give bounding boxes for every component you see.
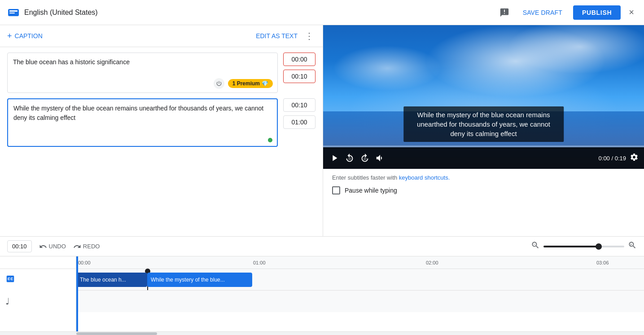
top-bar-right: SAVE DRAFT PUBLISH × xyxy=(497,4,637,20)
plus-icon: + xyxy=(7,31,12,41)
add-caption-button[interactable]: + CAPTION xyxy=(7,31,43,41)
caption-block-2[interactable]: While the mystery of the blue... xyxy=(147,273,252,287)
rewind-button[interactable]: 10 xyxy=(344,153,355,163)
scrollbar-thumb[interactable] xyxy=(76,332,157,335)
publish-button[interactable]: PUBLISH xyxy=(573,5,621,20)
top-bar: English (United States) SAVE DRAFT PUBLI… xyxy=(0,0,644,25)
video-container: While the mystery of the blue ocean rema… xyxy=(323,25,644,169)
timeline-side: ♩ xyxy=(0,256,76,331)
timeline-side-caption xyxy=(0,269,76,291)
caption-bottom-row-1: 1 Premium 💎 xyxy=(214,78,273,89)
zoom-in-icon[interactable] xyxy=(628,241,637,252)
pause-checkbox[interactable] xyxy=(332,186,340,194)
volume-button[interactable] xyxy=(374,153,386,163)
start-time-input-1[interactable] xyxy=(283,53,315,66)
timeline-track-area: 00:00 01:00 02:00 03:06 The blue ocean h… xyxy=(76,256,644,331)
caption-item-1: The blue ocean has a historic significan… xyxy=(7,53,315,93)
svg-rect-1 xyxy=(9,10,18,12)
timeline-side-header xyxy=(0,256,76,269)
forward-button[interactable]: 10 xyxy=(359,153,371,163)
zoom-slider[interactable] xyxy=(543,246,624,247)
settings-button[interactable] xyxy=(630,153,639,164)
caption-text-wrap-2: While the mystery of the blue ocean rema… xyxy=(7,98,278,147)
top-bar-left: English (United States) xyxy=(7,6,98,19)
time-inputs-1 xyxy=(283,53,315,83)
timeline-toolbar: 00:10 UNDO REDO xyxy=(0,237,644,256)
page-title: English (United States) xyxy=(24,9,98,17)
ruler-mark-0: 00:00 xyxy=(76,256,91,269)
captions-list: The blue ocean has a historic significan… xyxy=(0,47,323,236)
shortcuts-static: Enter subtitles faster with xyxy=(332,174,397,181)
toolbar-right: EDIT AS TEXT ⋮ xyxy=(256,31,315,41)
video-subtitle: While the mystery of the blue ocean rema… xyxy=(403,106,564,142)
caption-item-2: While the mystery of the blue ocean rema… xyxy=(7,98,315,147)
app-logo xyxy=(7,6,20,19)
ruler-mark-1: 01:00 xyxy=(251,256,266,269)
time-display: 0:00 / 0:19 xyxy=(599,155,626,162)
timeline-side-audio: ♩ xyxy=(0,291,76,312)
caption-text-wrap-1: The blue ocean has a historic significan… xyxy=(7,53,278,93)
left-panel: + CAPTION EDIT AS TEXT ⋮ The blue ocean … xyxy=(0,25,323,236)
add-caption-label: CAPTION xyxy=(15,32,43,40)
pause-label: Pause while typing xyxy=(345,187,397,194)
audio-left-bar xyxy=(76,256,78,331)
shortcuts-link[interactable]: keyboard shortcuts. xyxy=(399,174,450,181)
end-time-input-1[interactable] xyxy=(283,70,315,83)
close-button[interactable]: × xyxy=(626,4,637,20)
undo-button[interactable]: UNDO xyxy=(39,242,66,251)
green-dot-icon xyxy=(268,138,272,142)
video-controls: 10 10 0:00 / 0:19 xyxy=(323,147,644,169)
scrollbar-area xyxy=(0,331,644,335)
svg-text:10: 10 xyxy=(348,157,351,160)
music-icon: ♩ xyxy=(5,296,9,307)
power-icon-1[interactable] xyxy=(214,78,224,89)
caption-block-label-2: While the mystery of the blue... xyxy=(151,277,225,283)
pause-row: Pause while typing xyxy=(332,186,635,194)
svg-text:10: 10 xyxy=(363,157,367,160)
feedback-button[interactable] xyxy=(497,5,512,20)
main-layout: + CAPTION EDIT AS TEXT ⋮ The blue ocean … xyxy=(0,25,644,236)
redo-button[interactable]: REDO xyxy=(73,242,100,251)
caption-textarea-2[interactable]: While the mystery of the blue ocean rema… xyxy=(13,104,272,132)
video-info: Enter subtitles faster with keyboard sho… xyxy=(323,169,644,200)
time-inputs-2 xyxy=(283,98,315,129)
caption-block-1[interactable]: The blue ocean h... xyxy=(76,273,147,287)
timeline-zoom xyxy=(531,241,637,252)
premium-label: 1 Premium xyxy=(232,80,260,87)
redo-label: REDO xyxy=(83,243,100,250)
right-panel: While the mystery of the blue ocean rema… xyxy=(323,25,644,236)
undo-label: UNDO xyxy=(49,243,66,250)
play-button[interactable] xyxy=(329,153,340,163)
svg-rect-2 xyxy=(9,13,15,13)
start-time-input-2[interactable] xyxy=(283,98,315,112)
cc-icon xyxy=(5,274,15,286)
left-toolbar: + CAPTION EDIT AS TEXT ⋮ xyxy=(0,25,323,47)
ruler-mark-3: 03:06 xyxy=(595,256,609,269)
caption-bottom-row-2 xyxy=(268,138,272,142)
more-options-button[interactable]: ⋮ xyxy=(303,31,315,41)
end-time-input-2[interactable] xyxy=(283,115,315,129)
zoom-out-icon[interactable] xyxy=(531,241,540,252)
save-draft-button[interactable]: SAVE DRAFT xyxy=(517,5,568,20)
timeline-time-display: 00:10 xyxy=(7,240,32,252)
timeline-body: ♩ 00:00 01:00 02:00 03:06 The blue ocean xyxy=(0,256,644,331)
audio-track xyxy=(76,291,644,312)
caption-block-label-1: The blue ocean h... xyxy=(80,277,126,283)
shortcuts-text: Enter subtitles faster with keyboard sho… xyxy=(332,174,635,181)
caption-textarea-1[interactable]: The blue ocean has a historic significan… xyxy=(13,57,272,76)
premium-badge-1: 1 Premium 💎 xyxy=(228,79,273,88)
timeline-section: 00:10 UNDO REDO xyxy=(0,236,644,335)
caption-track: The blue ocean h... While the mystery of… xyxy=(76,269,644,291)
timeline-ruler: 00:00 01:00 02:00 03:06 xyxy=(76,256,644,269)
diamond-icon: 💎 xyxy=(262,80,268,87)
ruler-mark-2: 02:00 xyxy=(424,256,438,269)
edit-as-text-button[interactable]: EDIT AS TEXT xyxy=(256,32,298,40)
